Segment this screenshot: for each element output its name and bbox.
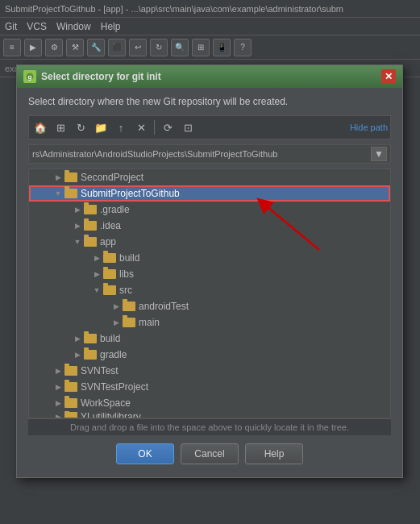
tree-label-app: app bbox=[100, 236, 116, 247]
tree-toggle-gradle2[interactable]: ▶ bbox=[71, 348, 84, 361]
hide-path-link[interactable]: Hide path bbox=[350, 123, 388, 132]
tree-item-submitprojecttogithub[interactable]: ▼ SubmitProjectToGithub bbox=[29, 185, 390, 202]
ide-toolbar: ≡ ▶ ⚙ ⚒ 🔧 ⬛ ↩ ↻ 🔍 ⊞ 📱 ? bbox=[0, 35, 420, 60]
tree-item-svntest[interactable]: ▶ SVNTest bbox=[29, 363, 390, 379]
toolbar-btn-8[interactable]: ↻ bbox=[150, 39, 168, 56]
refresh-button[interactable]: ↻ bbox=[72, 119, 89, 136]
home-button[interactable]: 🏠 bbox=[31, 119, 49, 136]
folder-icon-idea bbox=[84, 221, 97, 231]
tree-item-androidtest[interactable]: ▶ androidTest bbox=[29, 298, 390, 314]
tree-item-idea[interactable]: ▶ .idea bbox=[29, 218, 390, 234]
svg-text:g: g bbox=[28, 73, 32, 81]
tree-item-gradle2[interactable]: ▶ gradle bbox=[29, 347, 390, 363]
tree-item-secondproject[interactable]: ▶ SecondProject bbox=[29, 169, 390, 185]
tree-toggle-submitprojecttogithub[interactable]: ▼ bbox=[52, 187, 64, 200]
tree-toggle-app[interactable]: ▼ bbox=[71, 235, 84, 248]
toolbar-btn-7[interactable]: ↩ bbox=[129, 39, 147, 56]
menu-window[interactable]: Window bbox=[56, 21, 91, 32]
select-directory-dialog: g Select directory for git init ✕ Select… bbox=[16, 64, 403, 478]
tree-toggle-gradle[interactable]: ▶ bbox=[71, 203, 84, 216]
tree-item-gradle[interactable]: ▶ .gradle bbox=[29, 202, 390, 218]
toolbar-btn-2[interactable]: ▶ bbox=[24, 39, 42, 56]
ide-titlebar: SubmitProjectToGithub - [app] - ...\app\… bbox=[0, 0, 420, 18]
tree-label-workspace: WorkSpace bbox=[81, 397, 131, 409]
toolbar-btn-1[interactable]: ≡ bbox=[3, 39, 21, 56]
menu-help[interactable]: Help bbox=[101, 21, 121, 32]
tree-toggle-build-app[interactable]: ▶ bbox=[90, 252, 103, 264]
toolbar-btn-5[interactable]: 🔧 bbox=[87, 39, 105, 56]
tree-toggle-idea[interactable]: ▶ bbox=[71, 219, 84, 232]
tree-toggle-androidtest[interactable]: ▶ bbox=[110, 300, 123, 313]
toolbar-separator bbox=[154, 120, 155, 135]
tree-toggle-svntest[interactable]: ▶ bbox=[52, 364, 64, 377]
toolbar-btn-4[interactable]: ⚒ bbox=[66, 39, 84, 56]
dialog-buttons: OK Cancel Help bbox=[28, 435, 391, 469]
tree-item-build-app[interactable]: ▶ build bbox=[29, 250, 390, 266]
tree-label-svntest: SVNTest bbox=[81, 365, 119, 376]
toolbar-btn-6[interactable]: ⬛ bbox=[108, 39, 126, 56]
expand-button[interactable]: ⊡ bbox=[179, 119, 197, 136]
tree-toggle-build2[interactable]: ▶ bbox=[71, 332, 84, 345]
tree-label-build2: build bbox=[100, 333, 120, 344]
folder-icon-gradle bbox=[84, 205, 97, 214]
tree-item-libs[interactable]: ▶ libs bbox=[29, 266, 390, 282]
delete-button[interactable]: ✕ bbox=[132, 119, 150, 136]
tree-toggle-main[interactable]: ▶ bbox=[110, 316, 123, 329]
tree-toggle-secondproject[interactable]: ▶ bbox=[52, 171, 64, 184]
toolbar-btn-10[interactable]: ⊞ bbox=[192, 39, 210, 56]
folder-icon-workspace bbox=[64, 398, 77, 408]
folder-up-button[interactable]: ↑ bbox=[112, 119, 130, 136]
ok-button[interactable]: OK bbox=[116, 443, 174, 464]
folder-icon-svntest bbox=[64, 366, 77, 376]
sync-button[interactable]: ⟳ bbox=[159, 119, 177, 136]
tree-label-submitprojecttogithub: SubmitProjectToGithub bbox=[81, 188, 180, 199]
tree-label-androidtest: androidTest bbox=[139, 301, 189, 312]
git-icon: g bbox=[23, 70, 36, 83]
tree-wrapper: ▶ SecondProject ▼ SubmitProjectToGithub … bbox=[28, 168, 391, 418]
menu-git[interactable]: Git bbox=[5, 21, 17, 32]
path-input[interactable] bbox=[32, 149, 369, 159]
tree-toggle-ylutilitylibrary[interactable]: ▶ bbox=[52, 411, 64, 418]
tree-item-svntestproject[interactable]: ▶ SVNTestProject bbox=[29, 379, 390, 395]
dialog-description: Select directory where the new Git repos… bbox=[28, 96, 391, 107]
dialog-titlebar: g Select directory for git init ✕ bbox=[17, 65, 402, 88]
tree-toggle-svntestproject[interactable]: ▶ bbox=[52, 381, 64, 393]
dialog-title: Select directory for git init bbox=[41, 71, 161, 82]
folder-icon-androidtest bbox=[123, 302, 135, 311]
tree-label-main: main bbox=[139, 317, 160, 328]
tree-label-ylutilitylibrary: YLutilitylibrary bbox=[81, 411, 141, 418]
tree-item-workspace[interactable]: ▶ WorkSpace bbox=[29, 395, 390, 411]
tree-label-gradle2: gradle bbox=[100, 349, 127, 360]
dialog-body: Select directory where the new Git repos… bbox=[17, 88, 402, 477]
tree-label-build-app: build bbox=[119, 252, 139, 264]
folder-icon-build2 bbox=[84, 334, 97, 343]
tree-item-main[interactable]: ▶ main bbox=[29, 314, 390, 331]
ide-menubar: Git VCS Window Help bbox=[0, 18, 420, 35]
path-browse-button[interactable]: ▼ bbox=[371, 147, 387, 161]
folder-new-button[interactable]: 📁 bbox=[92, 119, 110, 136]
menu-vcs[interactable]: VCS bbox=[27, 21, 47, 32]
toolbar-btn-9[interactable]: 🔍 bbox=[171, 39, 189, 56]
folder-icon-src bbox=[103, 285, 116, 295]
directory-tree[interactable]: ▶ SecondProject ▼ SubmitProjectToGithub … bbox=[28, 168, 391, 418]
tree-toggle-libs[interactable]: ▶ bbox=[90, 268, 103, 281]
tree-label-gradle: .gradle bbox=[100, 204, 130, 215]
toolbar-btn-11[interactable]: 📱 bbox=[213, 39, 231, 56]
dialog-close-button[interactable]: ✕ bbox=[381, 69, 396, 84]
tree-item-ylutilitylibrary[interactable]: ▶ YLutilitylibrary bbox=[29, 411, 390, 418]
help-button[interactable]: Help bbox=[245, 443, 303, 464]
folder-icon-build-app bbox=[103, 253, 116, 263]
grid-button[interactable]: ⊞ bbox=[52, 119, 69, 136]
tree-item-app[interactable]: ▼ app bbox=[29, 234, 390, 250]
tree-toggle-workspace[interactable]: ▶ bbox=[52, 397, 64, 410]
cancel-button[interactable]: Cancel bbox=[181, 443, 239, 464]
toolbar-btn-3[interactable]: ⚙ bbox=[45, 39, 63, 56]
toolbar-btn-12[interactable]: ? bbox=[234, 39, 252, 56]
folder-icon-submitprojecttogithub bbox=[64, 189, 77, 198]
tree-label-libs: libs bbox=[119, 268, 134, 280]
folder-icon-gradle2 bbox=[84, 350, 97, 360]
folder-icon-main bbox=[123, 318, 135, 327]
tree-item-build2[interactable]: ▶ build bbox=[29, 331, 390, 347]
tree-toggle-src[interactable]: ▼ bbox=[90, 284, 103, 297]
tree-item-src[interactable]: ▼ src bbox=[29, 282, 390, 298]
